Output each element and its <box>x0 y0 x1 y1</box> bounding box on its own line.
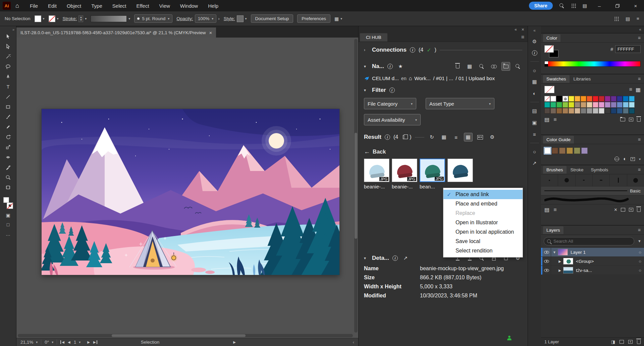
stroke-weight-stepper[interactable]: ▲▼ <box>78 15 83 22</box>
search-folder-icon[interactable] <box>514 62 522 71</box>
folder-icon[interactable] <box>501 62 510 71</box>
swatch[interactable] <box>562 102 568 108</box>
document-tab[interactable]: ILST-28.0.0-en_US-17519788-5f63-45f0-a33… <box>16 27 216 38</box>
collapsed-panel-info-icon[interactable]: i <box>532 50 537 56</box>
layer-target-icon[interactable]: ○ <box>639 259 641 264</box>
filter-info-icon[interactable]: i <box>389 88 395 93</box>
filter-chevron-icon[interactable]: ▾ <box>364 88 369 93</box>
stroke-weight-dropdown-icon[interactable]: ▾ <box>85 17 87 20</box>
swatch[interactable] <box>550 102 556 108</box>
details-chevron-icon[interactable]: ▾ <box>364 256 369 261</box>
breadcrumb[interactable]: CELUM d... en ⌂ Work... / #01 | ... / 01… <box>364 75 522 81</box>
new-layer-icon[interactable]: + <box>628 340 633 344</box>
limit-color-group-icon[interactable] <box>614 157 619 161</box>
panel-layout-icon[interactable]: ▤ <box>583 3 587 8</box>
swatch[interactable] <box>575 96 580 102</box>
navigation-chevron-icon[interactable]: ▾ <box>364 64 369 69</box>
menu-file[interactable]: File <box>30 3 38 9</box>
file-category-dropdown[interactable]: File Category▾ <box>364 98 416 109</box>
canvas-area[interactable] <box>16 38 358 338</box>
swatch[interactable] <box>562 108 568 114</box>
eyedropper-tool-icon[interactable] <box>2 162 14 172</box>
document-close-icon[interactable]: × <box>209 30 212 36</box>
swatch[interactable] <box>575 102 580 108</box>
collapsed-panel-list-icon[interactable]: ≡ <box>533 131 536 137</box>
menu-object[interactable]: Object <box>67 3 81 9</box>
swatch[interactable] <box>556 96 562 102</box>
brush-item[interactable] <box>593 174 610 186</box>
swatch[interactable] <box>574 148 580 154</box>
collapsed-panel-square-icon[interactable]: ▣ <box>532 120 537 126</box>
artboard-number-dropdown[interactable]: 1▾ <box>74 340 84 345</box>
breadcrumb-workspace[interactable]: Work... <box>414 75 431 81</box>
brush-basic-row[interactable]: Basic <box>541 186 644 195</box>
layer-row-group[interactable]: ▶ <Group> ○ <box>541 257 644 266</box>
tab-brushes[interactable]: Brushes <box>543 166 567 174</box>
swatch[interactable] <box>599 96 604 102</box>
swatch-list-view-icon[interactable]: ≡ <box>629 86 632 93</box>
swatch[interactable] <box>581 102 586 108</box>
menu-edit[interactable]: Edit <box>48 3 57 9</box>
paintbrush-tool-icon[interactable] <box>2 112 14 122</box>
swatch[interactable] <box>587 102 592 108</box>
asset-thumbnail[interactable]: JPG <box>364 159 389 182</box>
details-info-icon[interactable]: i <box>392 255 398 261</box>
stroke-color-swatch[interactable] <box>49 15 55 22</box>
brush-item[interactable] <box>627 174 644 186</box>
opacity-dropdown[interactable]: 100% ▾ <box>195 14 217 23</box>
color-fill-stroke-control[interactable] <box>544 45 559 57</box>
navigation-info-icon[interactable]: i <box>387 64 393 69</box>
breadcrumb-home-icon[interactable]: ⌂ <box>409 75 412 81</box>
layer-row-t2v[interactable]: ▶ t2v-sa... ○ <box>541 266 644 275</box>
link-icon[interactable] <box>489 62 498 71</box>
swatch[interactable] <box>569 96 574 102</box>
layer-name[interactable]: <Group> <box>576 259 639 264</box>
tab-color[interactable]: Color <box>543 34 560 42</box>
swatch[interactable] <box>623 96 629 102</box>
context-menu-item-select-rendition[interactable]: Select rendition <box>443 246 523 255</box>
swatch[interactable] <box>605 108 610 114</box>
layer-visibility-toggle[interactable] <box>542 248 551 256</box>
swatch[interactable] <box>567 148 573 154</box>
style-label[interactable]: Style: <box>224 16 235 21</box>
tab-stroke[interactable]: Stroke <box>567 166 587 174</box>
grid-view-icon[interactable]: ▦ <box>464 133 473 141</box>
layers-filter-icon[interactable]: ▼ <box>638 239 641 243</box>
fill-color-swatch[interactable] <box>35 15 41 22</box>
document-setup-button[interactable]: Document Setup <box>251 14 293 23</box>
menu-view[interactable]: View <box>159 3 170 9</box>
align-dropdown-icon[interactable]: ▾ <box>340 17 342 20</box>
scale-tool-icon[interactable] <box>2 142 14 152</box>
color-spectrum-bar[interactable] <box>544 61 641 67</box>
asset-thumbnail-selected[interactable]: JPG <box>420 159 445 182</box>
menu-effect[interactable]: Effect <box>137 3 149 9</box>
swatch[interactable] <box>599 108 604 114</box>
swatch[interactable] <box>611 96 616 102</box>
fill-swatch-icon[interactable] <box>3 197 9 203</box>
layer-thumbnail[interactable] <box>558 249 568 255</box>
spectrum-gradient[interactable] <box>548 61 640 66</box>
opacity-expand-icon[interactable]: › <box>218 16 220 21</box>
previous-artboard-icon[interactable]: ◀ <box>68 340 70 344</box>
swatch-libraries-icon[interactable]: ▤ <box>544 116 549 123</box>
context-menu-item-place-and-link[interactable]: ✓ Place and link <box>443 190 523 199</box>
layer-disclosure-icon[interactable]: ▶ <box>556 269 563 272</box>
delete-swatch-icon[interactable] <box>637 118 641 122</box>
color-guide-panel-menu-icon[interactable]: ≡ <box>638 137 642 142</box>
collapsed-panel-circle-icon[interactable]: ○ <box>533 149 536 155</box>
color-panel-menu-icon[interactable]: ≡ <box>638 35 642 41</box>
tab-symbols[interactable]: Symbols <box>588 166 612 174</box>
collapsed-panel-half-icon[interactable]: ◐ <box>533 91 536 96</box>
pen-tool-icon[interactable] <box>2 72 14 82</box>
swatch[interactable] <box>587 96 592 102</box>
swatch[interactable] <box>617 96 623 102</box>
list-view-icon[interactable]: ≡ <box>452 133 461 141</box>
make-clipping-mask-icon[interactable]: ◨ <box>611 339 615 344</box>
status-play-icon[interactable]: ▶ <box>233 340 236 344</box>
new-swatch-icon[interactable]: + <box>629 118 633 121</box>
save-group-icon[interactable]: + <box>631 157 635 161</box>
brush-item[interactable] <box>541 174 558 186</box>
home-icon[interactable]: ⌂ <box>15 2 19 9</box>
swatch[interactable] <box>617 108 623 114</box>
magic-wand-tool-icon[interactable] <box>2 52 14 62</box>
